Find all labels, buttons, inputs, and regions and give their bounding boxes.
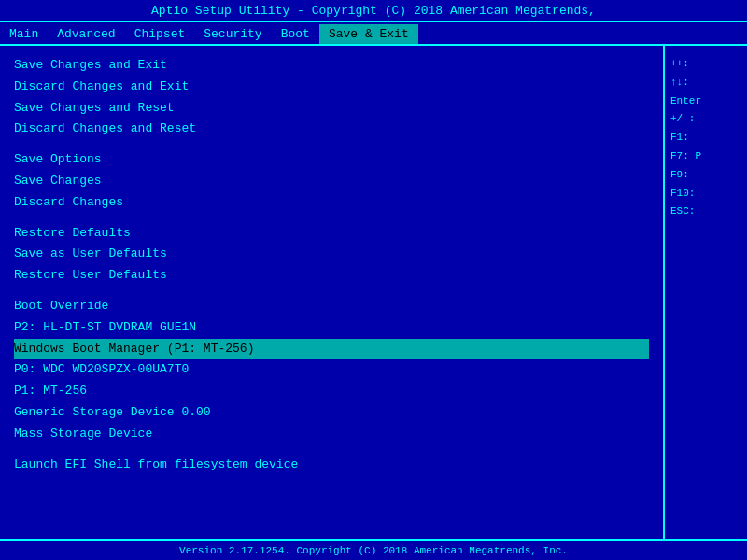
menu-item-launch-efi-shell-from-filesyst[interactable]: Launch EFI Shell from filesystem device [14, 455, 649, 476]
menu-item-save-changes-and-reset[interactable]: Save Changes and Reset [14, 98, 649, 119]
menu-spacer-8 [14, 214, 649, 223]
help-item-8: ESC: [670, 203, 741, 221]
menu-spacer-20 [14, 445, 649, 455]
menu-item-discard-changes-and-exit[interactable]: Discard Changes and Exit [14, 77, 649, 98]
menu-item-mass-storage-device[interactable]: Mass Storage Device [14, 424, 649, 445]
right-panel: ++:↑↓:Enter+/-:F1: F7: PF9: F10:ESC: [663, 46, 747, 540]
help-item-7: F10: [670, 185, 741, 203]
menu-section-boot-override: Boot Override [14, 296, 649, 317]
nav-tab-boot[interactable]: Boot [272, 24, 319, 44]
menu-item-windows-boot-manager--p1--mt-2[interactable]: Windows Boot Manager (P1: MT-256) [14, 339, 649, 360]
help-item-5: F7: P [670, 147, 741, 166]
nav-tab-advanced[interactable]: Advanced [48, 24, 124, 44]
help-item-1: ↑↓: [670, 74, 741, 92]
footer: Version 2.17.1254. Copyright (C) 2018 Am… [0, 539, 747, 560]
menu-item-restore-defaults[interactable]: Restore Defaults [14, 223, 649, 245]
nav-bar: MainAdvancedChipsetSecurityBootSave & Ex… [0, 22, 747, 46]
title-text: Aptio Setup Utility - Copyright (C) 2018… [151, 4, 596, 18]
help-item-0: ++: [670, 55, 741, 74]
menu-item-discard-changes[interactable]: Discard Changes [14, 192, 649, 214]
menu-section-save-options: Save Options [14, 149, 649, 171]
menu-item-restore-user-defaults[interactable]: Restore User Defaults [14, 265, 649, 287]
nav-tab-save---exit[interactable]: Save & Exit [319, 24, 418, 44]
menu-item-generic-storage-device-0-00[interactable]: Generic Storage Device 0.00 [14, 402, 649, 424]
help-item-3: +/-: [670, 110, 741, 129]
menu-spacer-12 [14, 287, 649, 296]
menu-item-p2--hl-dt-st-dvdram-gue1n[interactable]: P2: HL-DT-ST DVDRAM GUE1N [14, 317, 649, 339]
main-content: Save Changes and ExitDiscard Changes and… [0, 46, 747, 540]
menu-spacer-4 [14, 140, 649, 149]
footer-text: Version 2.17.1254. Copyright (C) 2018 Am… [179, 545, 568, 556]
help-item-2: Enter [670, 92, 741, 111]
help-item-6: F9: [670, 166, 741, 185]
nav-tab-main[interactable]: Main [0, 24, 48, 44]
menu-item-save-as-user-defaults[interactable]: Save as User Defaults [14, 244, 649, 265]
menu-item-discard-changes-and-reset[interactable]: Discard Changes and Reset [14, 119, 649, 140]
help-item-4: F1: [670, 129, 741, 147]
menu-item-p1--mt-256[interactable]: P1: MT-256 [14, 381, 649, 402]
menu-item-save-changes-and-exit[interactable]: Save Changes and Exit [14, 55, 649, 77]
left-panel: Save Changes and ExitDiscard Changes and… [0, 46, 663, 540]
menu-item-p0--wdc-wd20spzx-00ua7t0[interactable]: P0: WDC WD20SPZX-00UA7T0 [14, 359, 649, 381]
title-bar: Aptio Setup Utility - Copyright (C) 2018… [0, 0, 747, 22]
nav-tab-chipset[interactable]: Chipset [125, 24, 195, 44]
nav-tab-security[interactable]: Security [194, 24, 271, 44]
menu-item-save-changes[interactable]: Save Changes [14, 171, 649, 192]
